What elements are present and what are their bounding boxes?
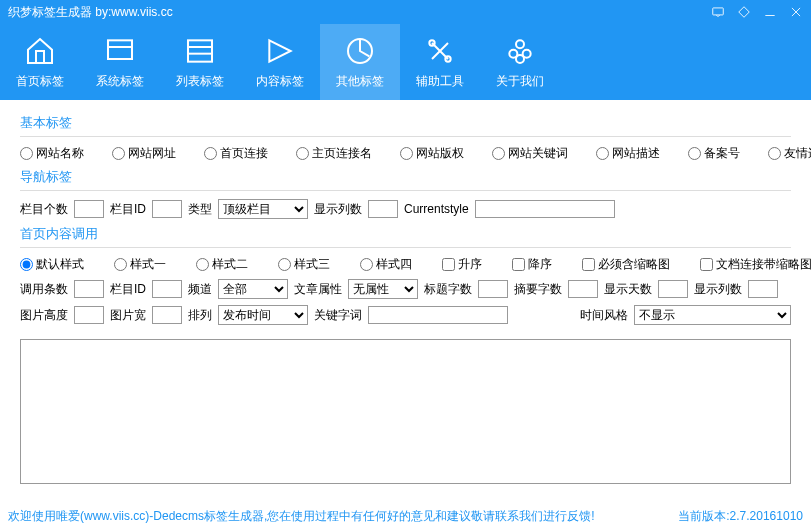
label-imgh: 图片高度: [20, 307, 68, 324]
radio-icp[interactable]: 备案号: [688, 145, 740, 162]
app-title: 织梦标签生成器 by:www.viis.cc: [8, 4, 173, 21]
minimize-icon[interactable]: [763, 5, 777, 19]
radio-style-3[interactable]: 样式三: [278, 256, 330, 273]
tab-list-tags[interactable]: 列表标签: [160, 24, 240, 100]
input-cols[interactable]: [748, 280, 778, 298]
input-nav-count[interactable]: [74, 200, 104, 218]
section-nav-title: 导航标签: [20, 168, 791, 186]
select-nav-type[interactable]: 顶级栏目: [218, 199, 308, 219]
radio-style-4[interactable]: 样式四: [360, 256, 412, 273]
radio-style-default[interactable]: 默认样式: [20, 256, 84, 273]
radio-home-link[interactable]: 首页连接: [204, 145, 268, 162]
tab-tools[interactable]: 辅助工具: [400, 24, 480, 100]
toolbar-label: 其他标签: [336, 73, 384, 90]
svg-rect-0: [713, 8, 724, 15]
select-order[interactable]: 发布时间: [218, 305, 308, 325]
toolbar: 首页标签 系统标签 列表标签 内容标签 其他标签 辅助工具 关于我们: [0, 24, 811, 100]
check-thumb[interactable]: 必须含缩略图: [582, 256, 670, 273]
toolbar-label: 辅助工具: [416, 73, 464, 90]
select-timestyle[interactable]: 不显示: [634, 305, 791, 325]
section-home-title: 首页内容调用: [20, 225, 791, 243]
input-days[interactable]: [658, 280, 688, 298]
radio-style-1[interactable]: 样式一: [114, 256, 166, 273]
radio-keywords[interactable]: 网站关键词: [492, 145, 568, 162]
nav-row: 栏目个数 栏目ID 类型 顶级栏目 显示列数 Currentstyle: [20, 199, 791, 219]
label-order: 排列: [188, 307, 212, 324]
input-nav-cols[interactable]: [368, 200, 398, 218]
output-textarea[interactable]: [20, 339, 791, 484]
divider: [20, 136, 791, 137]
select-attr[interactable]: 无属性: [348, 279, 418, 299]
titlebar: 织梦标签生成器 by:www.viis.cc: [0, 0, 811, 24]
window-controls: [711, 5, 803, 19]
radio-copyright[interactable]: 网站版权: [400, 145, 464, 162]
check-asc[interactable]: 升序: [442, 256, 482, 273]
home-params-row2: 图片高度 图片宽 排列 发布时间 关键字词 时间风格 不显示: [20, 305, 791, 325]
label-titlelen: 标题字数: [424, 281, 472, 298]
radio-friend-link[interactable]: 友情连接: [768, 145, 811, 162]
label-nav-count: 栏目个数: [20, 201, 68, 218]
label-cols: 显示列数: [694, 281, 742, 298]
label-nav-cols: 显示列数: [314, 201, 362, 218]
input-imgw[interactable]: [152, 306, 182, 324]
label-days: 显示天数: [604, 281, 652, 298]
tab-home-tags[interactable]: 首页标签: [0, 24, 80, 100]
label-nav-curstyle: Currentstyle: [404, 202, 469, 216]
diamond-icon[interactable]: [737, 5, 751, 19]
toolbar-label: 系统标签: [96, 73, 144, 90]
input-keyword[interactable]: [368, 306, 508, 324]
chat-icon[interactable]: [711, 5, 725, 19]
radio-style-2[interactable]: 样式二: [196, 256, 248, 273]
radio-home-link-name[interactable]: 主页连接名: [296, 145, 372, 162]
svg-rect-6: [188, 40, 212, 61]
svg-point-15: [516, 55, 524, 63]
label-nav-id: 栏目ID: [110, 201, 146, 218]
input-imgh[interactable]: [74, 306, 104, 324]
close-icon[interactable]: [789, 5, 803, 19]
label-infolen: 摘要字数: [514, 281, 562, 298]
tab-other-tags[interactable]: 其他标签: [320, 24, 400, 100]
tab-content-tags[interactable]: 内容标签: [240, 24, 320, 100]
input-nav-id[interactable]: [152, 200, 182, 218]
label-keyword: 关键字词: [314, 307, 362, 324]
input-infolen[interactable]: [568, 280, 598, 298]
home-params-row1: 调用条数 栏目ID 频道 全部 文章属性 无属性 标题字数 摘要字数 显示天数 …: [20, 279, 791, 299]
svg-point-12: [516, 40, 524, 48]
divider: [20, 247, 791, 248]
input-titlelen[interactable]: [478, 280, 508, 298]
toolbar-label: 关于我们: [496, 73, 544, 90]
svg-rect-4: [108, 40, 132, 59]
label-nav-type: 类型: [188, 201, 212, 218]
toolbar-label: 首页标签: [16, 73, 64, 90]
footer-welcome: 欢迎使用唯爱(www.viis.cc)-Dedecms标签生成器,您在使用过程中…: [8, 508, 595, 525]
label-channel: 频道: [188, 281, 212, 298]
content-area: 基本标签 网站名称 网站网址 首页连接 主页连接名 网站版权 网站关键词 网站描…: [0, 100, 811, 495]
input-rows[interactable]: [74, 280, 104, 298]
footer-version: 当前版本:2.7.20161010: [678, 508, 803, 525]
section-basic-title: 基本标签: [20, 114, 791, 132]
divider: [20, 190, 791, 191]
footer: 欢迎使用唯爱(www.viis.cc)-Dedecms标签生成器,您在使用过程中…: [0, 505, 811, 527]
label-timestyle: 时间风格: [580, 307, 628, 324]
label-imgw: 图片宽: [110, 307, 146, 324]
check-desc[interactable]: 降序: [512, 256, 552, 273]
toolbar-label: 列表标签: [176, 73, 224, 90]
label-colid: 栏目ID: [110, 281, 146, 298]
toolbar-label: 内容标签: [256, 73, 304, 90]
check-link-thumb[interactable]: 文档连接带缩略图: [700, 256, 811, 273]
tab-system-tags[interactable]: 系统标签: [80, 24, 160, 100]
radio-description[interactable]: 网站描述: [596, 145, 660, 162]
home-style-row: 默认样式 样式一 样式二 样式三 样式四 升序 降序 必须含缩略图 文档连接带缩…: [20, 256, 791, 273]
tab-about[interactable]: 关于我们: [480, 24, 560, 100]
label-attr: 文章属性: [294, 281, 342, 298]
radio-site-name[interactable]: 网站名称: [20, 145, 84, 162]
basic-radio-group: 网站名称 网站网址 首页连接 主页连接名 网站版权 网站关键词 网站描述 备案号…: [20, 145, 791, 162]
select-channel[interactable]: 全部: [218, 279, 288, 299]
label-rows: 调用条数: [20, 281, 68, 298]
input-nav-curstyle[interactable]: [475, 200, 615, 218]
input-colid[interactable]: [152, 280, 182, 298]
radio-site-url[interactable]: 网站网址: [112, 145, 176, 162]
